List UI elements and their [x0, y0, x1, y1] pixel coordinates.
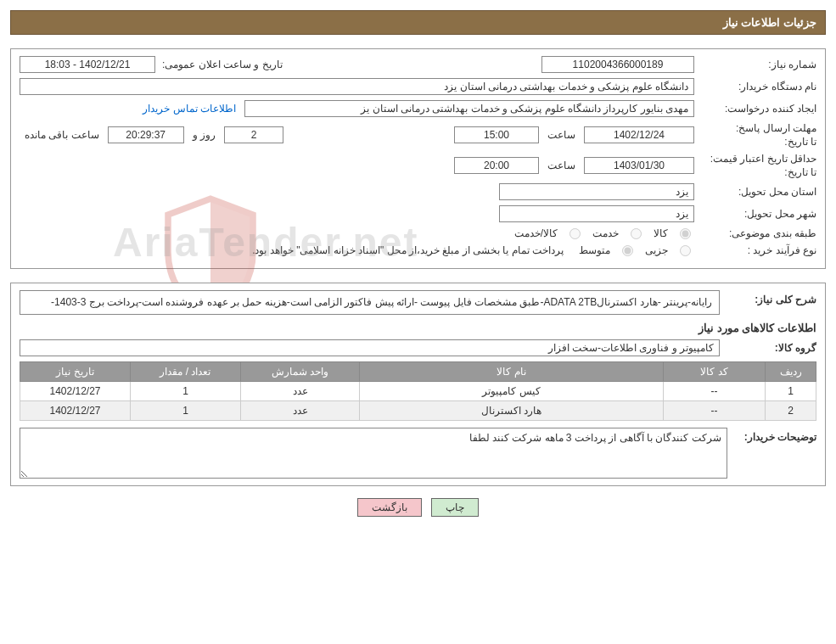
process-note: پرداخت تمام یا بخشی از مبلغ خرید،از محل …	[252, 244, 569, 256]
req-no-value: 1102004366000189	[541, 56, 694, 73]
cell-date: 1402/12/27	[20, 401, 131, 421]
deadline-date: 1402/12/24	[584, 126, 694, 143]
row-city: شهر محل تحویل: یزد	[20, 205, 816, 222]
province-value: یزد	[499, 183, 694, 200]
validity-time-label: ساعت	[542, 160, 581, 171]
items-table: ردیف کد کالا نام کالا واحد شمارش تعداد /…	[20, 361, 816, 421]
city-value: یزد	[499, 205, 694, 222]
cell-qty: 1	[131, 382, 241, 401]
cat-opt-both: کالا/خدمت	[509, 227, 563, 239]
cell-unit: عدد	[241, 401, 360, 421]
cat-opt-goods: کالا	[648, 227, 673, 239]
cell-row: 1	[766, 382, 816, 401]
category-label: طبقه بندی موضوعی:	[698, 227, 816, 239]
radio-both[interactable]	[569, 228, 581, 239]
watermark-text: AriaTender.net	[113, 219, 419, 266]
city-label: شهر محل تحویل:	[698, 208, 816, 220]
announce-label: تاریخ و ساعت اعلان عمومی:	[159, 59, 283, 70]
col-unit: واحد شمارش	[241, 362, 360, 382]
table-row: 1 -- کیس کامپیوتر عدد 1 1402/12/27	[20, 382, 816, 401]
contact-link[interactable]: اطلاعات تماس خریدار	[143, 103, 241, 115]
col-date: تاریخ نیاز	[20, 362, 131, 382]
info-panel: AriaTender.net شماره نیاز: 1102004366000…	[10, 48, 826, 269]
radio-goods[interactable]	[680, 228, 691, 239]
cell-date: 1402/12/27	[20, 382, 131, 401]
province-label: استان محل تحویل:	[698, 186, 816, 198]
print-button[interactable]: چاپ	[431, 498, 479, 517]
deadline-time: 15:00	[454, 126, 539, 143]
remain-label: ساعت باقی مانده	[20, 129, 104, 141]
col-name: نام کالا	[360, 362, 664, 382]
process-label: نوع فرآیند خرید :	[698, 244, 816, 256]
creator-value: مهدی بنایور کارپرداز دانشگاه علوم پزشکی …	[244, 100, 694, 117]
validity-date: 1403/01/30	[584, 157, 694, 174]
table-header-row: ردیف کد کالا نام کالا واحد شمارش تعداد /…	[20, 362, 816, 382]
col-row: ردیف	[766, 362, 816, 382]
row-creator: ایجاد کننده درخواست: مهدی بنایور کارپردا…	[20, 100, 816, 117]
col-code: کد کالا	[664, 362, 766, 382]
time-remaining: 20:29:37	[108, 126, 184, 143]
col-qty: تعداد / مقدار	[131, 362, 241, 382]
cell-qty: 1	[131, 401, 241, 421]
buyer-label: نام دستگاه خریدار:	[698, 81, 816, 92]
proc-opt-minor: جزیی	[640, 244, 673, 256]
days-label: روز و	[188, 129, 221, 141]
row-group: گروه کالا: کامپیوتر و فناوری اطلاعات-سخت…	[20, 339, 816, 356]
creator-label: ایجاد کننده درخواست:	[698, 103, 816, 115]
desc-label: شرح کلی نیاز:	[723, 290, 816, 305]
row-province: استان محل تحویل: یزد	[20, 183, 816, 200]
cell-code: --	[664, 382, 766, 401]
radio-service[interactable]	[631, 228, 642, 239]
buyer-notes-textarea[interactable]: شرکت کنندگان با آگاهی از پرداخت 3 ماهه ش…	[20, 428, 727, 479]
deadline-label-1: مهلت ارسال پاسخ:	[698, 122, 816, 134]
buyer-notes-label: توضیحات خریدار:	[734, 428, 816, 443]
validity-label-1: حداقل تاریخ اعتبار قیمت:	[698, 153, 816, 165]
cell-row: 2	[766, 401, 816, 421]
table-row: 2 -- هارد اکسترنال عدد 1 1402/12/27	[20, 401, 816, 421]
req-no-label: شماره نیاز:	[698, 59, 816, 70]
validity-label-2: تا تاریخ:	[698, 166, 816, 178]
validity-time: 20:00	[454, 157, 539, 174]
group-label: گروه کالا:	[723, 342, 816, 354]
days-remaining: 2	[224, 126, 283, 143]
deadline-label-2: تا تاریخ:	[698, 136, 816, 148]
page-title: جزئیات اطلاعات نیاز	[723, 16, 816, 29]
desc-value: رایانه-پرینتر -هارد اکسترنالADATA 2TB-طب…	[20, 290, 720, 315]
cell-code: --	[664, 401, 766, 421]
cat-opt-service: خدمت	[587, 227, 624, 239]
row-category: طبقه بندی موضوعی: کالا خدمت کالا/خدمت	[20, 227, 816, 239]
row-buyer: نام دستگاه خریدار: دانشگاه علوم پزشکی و …	[20, 78, 816, 95]
cell-name: هارد اکسترنال	[360, 401, 664, 421]
radio-minor[interactable]	[680, 245, 691, 256]
row-buyer-notes: توضیحات خریدار: شرکت کنندگان با آگاهی از…	[20, 428, 816, 479]
buyer-value: دانشگاه علوم پزشکی و خدمات بهداشتی درمان…	[20, 78, 694, 95]
row-validity: حداقل تاریخ اعتبار قیمت: تا تاریخ: 1403/…	[20, 153, 816, 178]
proc-opt-medium: متوسط	[574, 244, 615, 256]
items-section-title: اطلاعات کالاهای مورد نیاز	[20, 322, 816, 334]
row-deadline: مهلت ارسال پاسخ: تا تاریخ: 1402/12/24 سا…	[20, 122, 816, 148]
row-request-number: شماره نیاز: 1102004366000189 تاریخ و ساع…	[20, 56, 816, 73]
announce-value: 1402/12/21 - 18:03	[20, 56, 155, 73]
items-panel: شرح کلی نیاز: رایانه-پرینتر -هارد اکسترن…	[10, 283, 826, 486]
deadline-time-label: ساعت	[542, 129, 581, 141]
group-value: کامپیوتر و فناوری اطلاعات-سخت افزار	[20, 339, 720, 356]
row-process: نوع فرآیند خرید : جزیی متوسط پرداخت تمام…	[20, 244, 816, 256]
button-bar: چاپ بازگشت	[10, 498, 826, 517]
back-button[interactable]: بازگشت	[357, 498, 422, 517]
page-title-bar: جزئیات اطلاعات نیاز	[10, 10, 826, 35]
row-description: شرح کلی نیاز: رایانه-پرینتر -هارد اکسترن…	[20, 290, 816, 315]
cell-name: کیس کامپیوتر	[360, 382, 664, 401]
radio-medium[interactable]	[622, 245, 633, 256]
cell-unit: عدد	[241, 382, 360, 401]
